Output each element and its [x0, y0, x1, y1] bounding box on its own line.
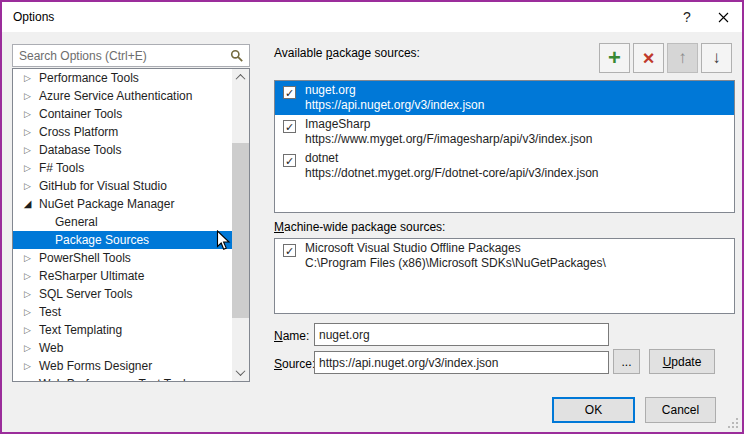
- source-url: https://www.myget.org/F/imagesharp/api/v…: [305, 132, 730, 147]
- update-button[interactable]: Update: [649, 349, 715, 374]
- tree-item-label: Container Tools: [39, 107, 122, 121]
- scroll-down-button[interactable]: [232, 364, 249, 381]
- tree-item[interactable]: ▷ Cross Platform: [13, 123, 232, 141]
- help-icon: ?: [683, 9, 691, 25]
- tree-expander-icon[interactable]: ▷: [20, 339, 35, 357]
- tree-item[interactable]: ▷ PowerShell Tools: [13, 249, 232, 267]
- ok-button[interactable]: OK: [552, 397, 635, 423]
- tree-item[interactable]: ▷ Web Performance Test Tools: [13, 375, 232, 381]
- search-icon: [230, 49, 244, 63]
- search-input[interactable]: [17, 47, 223, 64]
- tree-item-label: Cross Platform: [39, 125, 118, 139]
- tree-item[interactable]: ▷ Text Templating: [13, 321, 232, 339]
- tree-item[interactable]: ▷ F# Tools: [13, 159, 232, 177]
- source-label: Source:: [274, 357, 315, 371]
- remove-source-button[interactable]: ×: [633, 43, 664, 73]
- add-icon: +: [608, 48, 621, 68]
- tree-item[interactable]: ▷ Web Forms Designer: [13, 357, 232, 375]
- package-source-row[interactable]: ✓ Microsoft Visual Studio Offline Packag…: [275, 239, 734, 273]
- scrollbar-thumb[interactable]: [232, 143, 249, 318]
- chevron-down-icon: [236, 366, 246, 376]
- name-input[interactable]: [314, 323, 609, 346]
- name-label: Name:: [274, 329, 309, 343]
- chevron-up-icon: [236, 74, 246, 84]
- search-box: [12, 44, 250, 67]
- machine-sources-label: Machine-wide package sources:: [274, 220, 445, 234]
- tree-item[interactable]: ▷ Web: [13, 339, 232, 357]
- tree-item[interactable]: ▷ Database Tools: [13, 141, 232, 159]
- tree-item-label: GitHub for Visual Studio: [39, 179, 167, 193]
- source-url: C:\Program Files (x86)\Microsoft SDKs\Nu…: [305, 256, 730, 271]
- tree-item-label: Web Forms Designer: [39, 359, 152, 373]
- tree-item[interactable]: ◢ NuGet Package Manager: [13, 195, 232, 213]
- tree-expander-icon[interactable]: ▷: [20, 303, 35, 321]
- checkbox[interactable]: ✓: [283, 120, 296, 133]
- tree-item-label: Package Sources: [55, 233, 149, 247]
- dialog-title: Options: [13, 10, 54, 24]
- scroll-up-button[interactable]: [232, 69, 249, 86]
- tree-item-label: Performance Tools: [39, 71, 139, 85]
- arrow-up-icon: ↑: [678, 48, 687, 68]
- options-dialog: Options ? ▷ Performance Tools ▷ Azure Se…: [0, 0, 744, 434]
- tree-item[interactable]: ▷ Performance Tools: [13, 69, 232, 87]
- browse-button[interactable]: ...: [613, 349, 640, 374]
- package-source-row[interactable]: ✓ dotnet https://dotnet.myget.org/F/dotn…: [275, 149, 734, 183]
- tree-item[interactable]: ▷ Azure Service Authentication: [13, 87, 232, 105]
- tree-item[interactable]: ▷ Test: [13, 303, 232, 321]
- close-button[interactable]: [706, 2, 740, 32]
- source-url: https://api.nuget.org/v3/index.json: [305, 98, 730, 113]
- tree-expander-icon[interactable]: ▷: [20, 159, 35, 177]
- tree-expander-icon[interactable]: ▷: [20, 141, 35, 159]
- tree-expander-icon[interactable]: ▷: [20, 321, 35, 339]
- tree-item-label: Test: [39, 305, 61, 319]
- tree-expander-icon[interactable]: ▷: [20, 285, 35, 303]
- available-sources-list: ✓ nuget.org https://api.nuget.org/v3/ind…: [274, 80, 735, 213]
- machine-sources-list: ✓ Microsoft Visual Studio Offline Packag…: [274, 238, 735, 314]
- cancel-button[interactable]: Cancel: [645, 397, 716, 423]
- tree-item[interactable]: ▷ SQL Server Tools: [13, 285, 232, 303]
- tree-expander-icon[interactable]: ▷: [20, 87, 35, 105]
- resize-grip[interactable]: [726, 416, 739, 429]
- tree-expander-icon[interactable]: ▷: [20, 249, 35, 267]
- close-icon: [718, 12, 729, 23]
- tree-item-label: NuGet Package Manager: [39, 197, 174, 211]
- arrow-down-icon: ↓: [712, 48, 721, 68]
- tree-item-label: ReSharper Ultimate: [39, 269, 144, 283]
- tree-expander-icon[interactable]: ▷: [20, 69, 35, 87]
- package-source-row[interactable]: ✓ nuget.org https://api.nuget.org/v3/ind…: [275, 81, 734, 115]
- tree-item-label: General: [55, 215, 98, 229]
- add-source-button[interactable]: +: [599, 43, 630, 73]
- tree-item-label: Azure Service Authentication: [39, 89, 192, 103]
- tree-expander-icon[interactable]: ▷: [20, 105, 35, 123]
- tree-item-label: Web: [39, 341, 63, 355]
- tree-item-label: F# Tools: [39, 161, 84, 175]
- checkbox[interactable]: ✓: [283, 244, 296, 257]
- tree-expander-icon[interactable]: ▷: [20, 375, 35, 381]
- checkbox[interactable]: ✓: [283, 86, 296, 99]
- package-source-row[interactable]: ✓ ImageSharp https://www.myget.org/F/ima…: [275, 115, 734, 149]
- tree-item[interactable]: General: [13, 213, 232, 231]
- options-tree: ▷ Performance Tools ▷ Azure Service Auth…: [13, 69, 232, 381]
- tree-expander-icon[interactable]: ▷: [20, 177, 35, 195]
- help-button[interactable]: ?: [670, 2, 704, 32]
- available-sources-label: Available package sources:: [274, 46, 420, 60]
- source-url: https://dotnet.myget.org/F/dotnet-core/a…: [305, 166, 730, 181]
- tree-item[interactable]: ▷ GitHub for Visual Studio: [13, 177, 232, 195]
- tree-item-label: SQL Server Tools: [39, 287, 132, 301]
- tree-item[interactable]: Package Sources: [13, 231, 232, 249]
- source-name: ImageSharp: [305, 117, 730, 132]
- source-name: dotnet: [305, 151, 730, 166]
- tree-expander-icon[interactable]: ◢: [20, 195, 35, 213]
- tree-item[interactable]: ▷ ReSharper Ultimate: [13, 267, 232, 285]
- tree-expander-icon[interactable]: ▷: [20, 123, 35, 141]
- tree-item-label: Text Templating: [39, 323, 122, 337]
- tree-scrollbar[interactable]: [232, 69, 249, 381]
- tree-expander-icon[interactable]: ▷: [20, 357, 35, 375]
- move-down-button[interactable]: ↓: [701, 43, 732, 73]
- source-input[interactable]: [314, 351, 609, 374]
- tree-item-label: PowerShell Tools: [39, 251, 131, 265]
- move-up-button[interactable]: ↑: [667, 43, 698, 73]
- tree-expander-icon[interactable]: ▷: [20, 267, 35, 285]
- checkbox[interactable]: ✓: [283, 154, 296, 167]
- tree-item[interactable]: ▷ Container Tools: [13, 105, 232, 123]
